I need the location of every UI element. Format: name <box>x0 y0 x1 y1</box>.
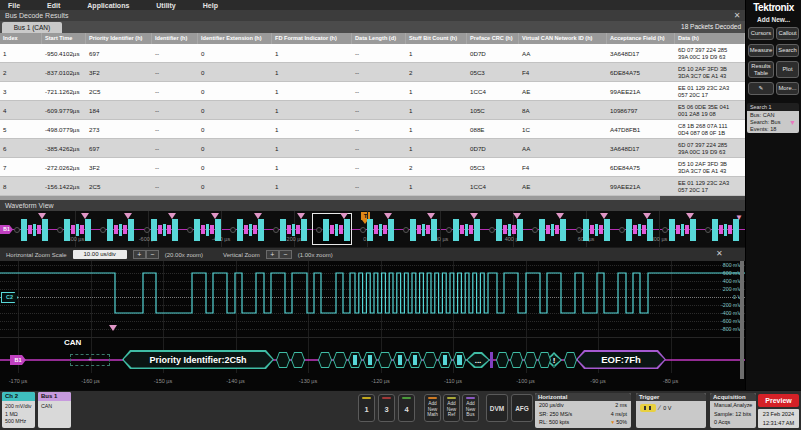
column-header-8[interactable]: Preface CRC (h) <box>467 33 519 44</box>
table-row[interactable]: 1-950.4102µs697--01--10D7DAA3A648D176D 0… <box>0 44 745 63</box>
zoom-axis-label: -110 µs <box>444 378 462 384</box>
trigger-title: Trigger <box>636 393 706 401</box>
search-event-marker-icon <box>124 213 132 219</box>
table-row[interactable]: 8-156.1422µs2C5--01--11CC4AE99AEE21AEE 0… <box>0 177 745 196</box>
more-button[interactable]: More... <box>776 82 799 95</box>
column-header-1[interactable]: Start Time <box>42 33 86 44</box>
voltage-scale-label: 800 mV <box>723 262 741 268</box>
afg-button[interactable]: AFG <box>511 394 533 422</box>
vzoom-increase-button[interactable]: + <box>266 250 279 259</box>
zoom-axis-label: -130 µs <box>299 378 317 384</box>
column-header-9[interactable]: Virtual CAN Network ID (h) <box>519 33 607 44</box>
menu-applications[interactable]: Applications <box>87 2 129 9</box>
bus-packet <box>662 217 696 242</box>
bus-packet <box>14 217 48 242</box>
bus-name-label: CAN <box>64 338 81 347</box>
column-header-4[interactable]: Identifier Extension (h) <box>198 33 272 44</box>
column-header-5[interactable]: FD Format Indicator (h) <box>272 33 352 44</box>
plot-vertical-scrollbar[interactable] <box>740 261 744 379</box>
add-new-ref-button[interactable]: Add New Ref <box>443 394 460 422</box>
channel-3-button[interactable]: 3 <box>378 394 395 422</box>
measure-button[interactable]: Measure <box>748 44 774 57</box>
table-row[interactable]: 2-837.0102µs3F2--01--205C3F46DE84A75D5 1… <box>0 63 745 82</box>
zoom-close-icon[interactable]: ✕ <box>716 249 723 258</box>
results-table-button[interactable]: Results Table <box>748 61 774 78</box>
search-button[interactable]: Search <box>776 44 799 57</box>
horizontal-panel[interactable]: Horizontal 200 µs/div2 msSR: 250 MS/s4 n… <box>535 393 631 428</box>
collapsed-frame-box: + <box>70 354 110 366</box>
add-new-math-button[interactable]: Add New Math <box>424 394 441 422</box>
search1-header[interactable]: Search 1 <box>747 103 799 111</box>
search1-panel[interactable]: Search 1 Bus: CANSearch: BusEvents: 18 ▼ <box>747 103 799 133</box>
column-header-0[interactable]: Index <box>0 33 42 44</box>
channel2-settings-badge[interactable]: Ch 2 200 mV/div1 MΩ500 MHz <box>2 392 35 428</box>
vzoom-factor-label: (1.00x zoom) <box>298 252 333 258</box>
zoom-axis-label: -90 µs <box>590 378 605 384</box>
voltage-scale-label: 600 mV <box>723 270 741 276</box>
decode-eof-bubble: EOF:7Fh <box>576 350 666 369</box>
cell: 0 <box>198 177 272 195</box>
acquisition-panel[interactable]: Acquisition Manual,AnalyzeSample: 12 bit… <box>710 393 756 428</box>
table-row[interactable]: 7-272.0262µs3F2--01--205C3F46DE84A75D5 1… <box>0 158 745 177</box>
voltage-scale-label: 200 mV <box>723 286 741 292</box>
trigger-position-icon: ▼ <box>610 419 615 425</box>
cell: -- <box>152 139 198 157</box>
bus1-settings-badge[interactable]: Bus 1 CAN <box>38 392 71 428</box>
menu-utility[interactable]: Utility <box>156 2 175 9</box>
bus1-badge[interactable]: B1 <box>0 225 13 234</box>
table-row[interactable]: 4-609.9779µs184--01--1105C8A10986797E5 0… <box>0 101 745 120</box>
menu-help[interactable]: Help <box>203 2 218 9</box>
tab-bus1-can[interactable]: Bus 1 (CAN) <box>2 22 62 33</box>
search-event-marker-icon <box>384 213 392 219</box>
column-header-7[interactable]: Stuff Bit Count (h) <box>406 33 467 44</box>
bus-packet <box>360 217 394 242</box>
search-marker-icon: ▼ <box>789 119 796 126</box>
close-icon[interactable]: ✕ <box>731 10 743 21</box>
channel-4-button[interactable]: 4 <box>398 394 415 422</box>
trigger-panel[interactable]: Trigger ∕ 0 V <box>636 393 706 428</box>
column-header-11[interactable]: Data (h) <box>675 33 745 44</box>
column-header-2[interactable]: Priority Identifier (h) <box>86 33 152 44</box>
cell: 0 <box>198 158 272 176</box>
decode-priority-identifier-bubble: Priority Identifier:2C5h <box>122 350 274 369</box>
channel2-badge[interactable]: C2 <box>1 292 18 303</box>
draw-annotation-button[interactable]: ✎ <box>748 82 774 95</box>
preview-button[interactable]: Preview <box>758 394 799 407</box>
hzoom-decrease-button[interactable]: − <box>146 250 159 259</box>
table-row[interactable]: 5-498.0779µs273--01--1088E1CA47D8FB1C8 1… <box>0 120 745 139</box>
acquisition-title: Acquisition <box>710 393 756 401</box>
column-header-6[interactable]: Data Length (d) <box>352 33 406 44</box>
table-row[interactable]: 3-721.1262µs2C5--01--11CC4AE99AEE21AEE 0… <box>0 82 745 101</box>
table-body: 1-950.4102µs697--01--10D7DAA3A648D176D 0… <box>0 44 745 196</box>
cursors-button[interactable]: Cursors <box>748 27 774 40</box>
callout-button[interactable]: Callout <box>776 27 799 40</box>
voltage-scale-label: -400 mV <box>721 310 741 316</box>
hzoom-increase-button[interactable]: + <box>133 250 146 259</box>
column-header-10[interactable]: Acceptance Field (h) <box>607 33 675 44</box>
cell: A47D8FB1 <box>607 120 675 138</box>
bus-packet <box>576 217 610 242</box>
cell: 0D7D <box>467 44 519 62</box>
cell: 0 <box>198 63 272 81</box>
column-header-3[interactable]: Identifier (h) <box>152 33 198 44</box>
cell: D5 10 2AF 3FD 3B 3DA 3C7 0E A1 43 <box>675 63 745 81</box>
decode-results-table: IndexStart TimePriority Identifier (h)Id… <box>0 33 745 196</box>
menu-edit[interactable]: Edit <box>47 2 60 9</box>
cell: -272.0262µs <box>42 158 86 176</box>
plot-button[interactable]: Plot <box>776 61 799 78</box>
menu-file[interactable]: File <box>8 2 20 9</box>
cell: 0D7D <box>467 139 519 157</box>
cell: 3A648D17 <box>607 139 675 157</box>
horizontal-zoom-scale-input[interactable]: 10.00 us/div <box>73 250 127 259</box>
channel-1-button[interactable]: 1 <box>358 394 375 422</box>
cell: 1 <box>272 139 352 157</box>
datetime-display: 23 Feb 2024 12:31:47 AM <box>758 409 799 428</box>
dvm-button[interactable]: DVM <box>486 394 508 422</box>
date-label: 23 Feb 2024 <box>758 410 799 419</box>
search-event-marker-icon <box>38 213 46 219</box>
add-new-bus-button[interactable]: Add New Bus <box>462 394 479 422</box>
vzoom-decrease-button[interactable]: − <box>279 250 292 259</box>
table-row[interactable]: 6-385.4262µs697--01--10D7DAA3A648D176D 0… <box>0 139 745 158</box>
channel2-settings: 200 mV/div1 MΩ500 MHz <box>2 401 35 426</box>
horizontal-zoom-scale-label: Horizontal Zoom Scale <box>6 252 67 258</box>
